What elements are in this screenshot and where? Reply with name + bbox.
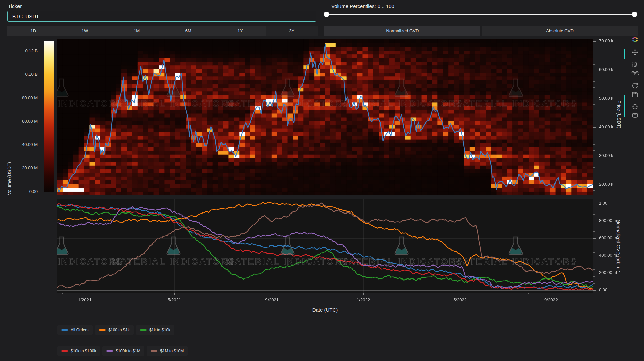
cvd-minor-tick <box>593 276 595 277</box>
date-minor-tick <box>62 293 63 294</box>
cvd-minor-tick <box>593 283 595 284</box>
cvd-minor-tick <box>593 211 595 211</box>
cvd-minor-tick <box>593 245 595 245</box>
crosshair-spikes-icon[interactable] <box>630 102 640 111</box>
price-tick-label: 20.00 k <box>599 182 613 187</box>
price-minor-tick <box>593 76 595 76</box>
volume-colorbar <box>44 41 54 192</box>
autoscale-icon[interactable] <box>630 81 640 90</box>
legend-item-label: $10k to $100k <box>71 349 96 353</box>
zoom-in-out-icons[interactable] <box>630 69 640 78</box>
legend-item-label: $100 to $1k <box>108 328 130 332</box>
legend-color-swatch <box>99 329 106 331</box>
timeframe-button-6m[interactable]: 6M <box>163 26 214 36</box>
timeframe-button-1y[interactable]: 1Y <box>214 26 266 36</box>
cvd-major-tick <box>593 204 596 204</box>
legend-item--1k-to-10k[interactable]: $1k to $10k <box>136 325 174 335</box>
legend-item--10k-to-100k[interactable]: $10k to $100k <box>57 346 100 356</box>
price-minor-tick <box>593 144 595 145</box>
legend-item--100k-to-1m[interactable]: $100k to $1M <box>102 346 144 356</box>
date-minor-tick <box>199 293 199 294</box>
price-tick-label: 40.00 k <box>599 124 613 129</box>
legend-color-swatch <box>140 329 147 331</box>
timeframe-button-1m[interactable]: 1M <box>111 26 163 36</box>
colorbar-tick-label: 40.00 M <box>9 142 38 147</box>
price-major-tick <box>593 41 596 42</box>
cvd-major-tick <box>593 238 596 239</box>
legend-item-label: All Orders <box>71 328 88 332</box>
date-major-tick <box>551 293 551 295</box>
volume-percentiles-slider[interactable] <box>324 11 637 17</box>
legend-item-label: $100k to $1M <box>116 349 140 353</box>
cvd-minor-tick <box>593 269 595 270</box>
timeframe-button-3y[interactable]: 3Y <box>266 26 318 36</box>
cvd-tick-label: 0.00 <box>599 287 607 292</box>
price-minor-tick <box>593 133 595 133</box>
cvd-tick-label: 800.00 m <box>599 218 617 223</box>
box-zoom-icon[interactable] <box>630 60 640 69</box>
cvd-minor-tick <box>593 266 595 266</box>
slider-max-handle[interactable] <box>632 12 637 17</box>
date-minor-tick <box>130 293 130 294</box>
ticker-input[interactable] <box>7 11 316 22</box>
date-minor-tick <box>483 293 483 294</box>
pan-active-indicator <box>624 49 625 59</box>
volume-heatmap-canvas[interactable] <box>57 39 593 195</box>
tab-normalized-cvd[interactable]: Normalized CVD <box>324 26 480 36</box>
pan-icon[interactable] <box>630 47 640 57</box>
date-minor-tick <box>295 293 295 294</box>
date-tick-label: 1/2022 <box>353 297 373 302</box>
legend-item-all-orders[interactable]: All Orders <box>57 325 93 335</box>
date-minor-tick <box>152 293 152 294</box>
cvd-minor-tick <box>593 235 595 235</box>
legend-row-1: All Orders$100 to $1k$1k to $10k <box>57 325 174 335</box>
price-minor-tick <box>593 116 595 116</box>
normalized-cvd-canvas[interactable] <box>57 199 593 293</box>
price-tick-label: 70.00 k <box>599 38 613 43</box>
price-major-tick <box>593 156 596 156</box>
hover-tooltip-icon[interactable] <box>630 111 640 120</box>
legend-color-swatch <box>151 350 157 352</box>
price-major-tick <box>593 127 596 128</box>
date-minor-tick <box>388 293 388 294</box>
date-major-tick <box>460 293 460 295</box>
date-major-tick <box>174 293 175 295</box>
cvd-major-tick <box>593 290 596 291</box>
date-minor-tick <box>574 293 574 294</box>
cvd-tab-bar: Normalized CVDAbsolute CVD <box>324 26 638 36</box>
firecharts-app: Ticker Volume Percentiles: 0 .. 100 1D1W… <box>0 0 644 361</box>
price-minor-tick <box>593 104 595 105</box>
save-icon[interactable] <box>630 90 640 99</box>
timeframe-button-1w[interactable]: 1W <box>59 26 111 36</box>
cvd-minor-tick <box>593 218 595 218</box>
timeframe-button-1d[interactable]: 1D <box>7 26 59 36</box>
cvd-minor-tick <box>593 228 595 228</box>
date-minor-tick <box>107 293 107 294</box>
cvd-tick-label: 1.00 <box>599 201 607 206</box>
cvd-minor-tick <box>593 287 595 287</box>
ticker-label: Ticker <box>8 3 22 9</box>
slider-track[interactable] <box>324 14 637 15</box>
date-minor-tick <box>318 293 318 294</box>
price-minor-tick <box>593 81 595 82</box>
price-minor-tick <box>593 173 595 173</box>
timeframe-button-group: 1D1W1M6M1Y3Y <box>7 26 318 36</box>
price-major-tick <box>593 185 596 185</box>
date-minor-tick <box>223 293 223 294</box>
price-tick-label: 50.00 k <box>599 96 613 101</box>
legend-color-swatch <box>61 350 68 352</box>
slider-min-handle[interactable] <box>324 12 329 17</box>
cvd-minor-tick <box>593 242 595 242</box>
plotly-logo-icon[interactable] <box>630 35 640 44</box>
colorbar-tick-label: 0.10 B <box>9 72 38 77</box>
legend-color-swatch <box>106 350 113 352</box>
cvd-tick-label: 400.00 m <box>599 253 617 258</box>
date-axis-title: Date (UTC) <box>57 307 593 313</box>
volume-percentiles-label: Volume Percentiles: 0 .. 100 <box>331 3 394 9</box>
colorbar-tick-label: 0.00 <box>9 189 38 194</box>
price-minor-tick <box>593 93 595 93</box>
cvd-tick-label: 200.00 m <box>599 270 617 275</box>
legend-item--1m-to-10m[interactable]: $1M to $10M <box>147 346 188 356</box>
legend-item--100-to-1k[interactable]: $100 to $1k <box>95 325 134 335</box>
tab-absolute-cvd[interactable]: Absolute CVD <box>482 26 638 36</box>
